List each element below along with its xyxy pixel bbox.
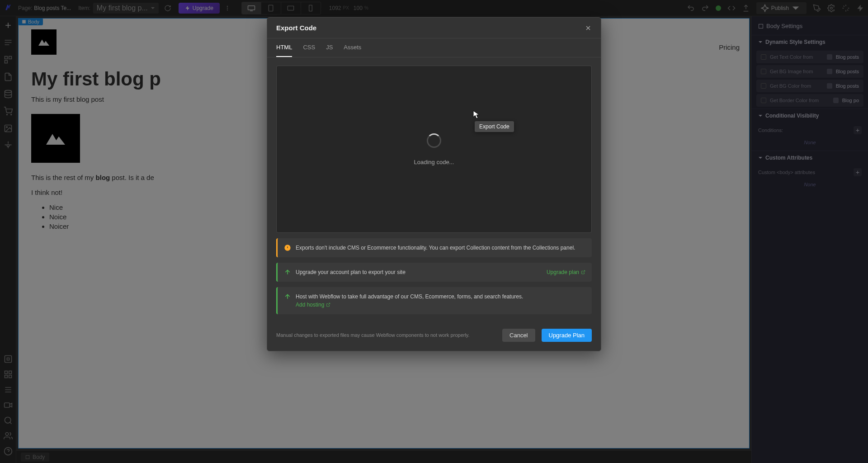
upgrade-plan-link[interactable]: Upgrade plan	[547, 268, 585, 276]
tab-css[interactable]: CSS	[303, 38, 315, 57]
modal-header: Export Code	[267, 18, 601, 38]
cursor-icon	[473, 110, 480, 119]
hosting-banner-text: Host with Webflow to take full advantage…	[296, 293, 585, 309]
modal-body: Loading code... Exports don't include CM…	[267, 57, 601, 322]
hosting-banner: Host with Webflow to take full advantage…	[276, 287, 592, 314]
loading-text: Loading code...	[414, 159, 454, 165]
cancel-button[interactable]: Cancel	[502, 329, 535, 342]
external-link-icon	[581, 270, 585, 274]
info-icon	[284, 244, 291, 251]
upgrade-plan-button[interactable]: Upgrade Plan	[542, 329, 592, 342]
info-banner-text: Exports don't include CMS or Ecommerce f…	[296, 244, 585, 252]
tab-js[interactable]: JS	[326, 38, 333, 57]
modal-title: Export Code	[276, 24, 316, 32]
close-icon[interactable]	[585, 24, 592, 32]
export-code-tooltip: Export Code	[475, 121, 514, 132]
tab-assets[interactable]: Assets	[344, 38, 361, 57]
add-hosting-link[interactable]: Add hosting	[296, 301, 330, 309]
modal-tabs: HTML CSS JS Assets	[267, 38, 601, 57]
loading-spinner	[427, 133, 441, 148]
arrow-up-icon	[284, 269, 291, 276]
external-link-icon	[326, 302, 330, 307]
code-preview-box: Loading code...	[276, 66, 592, 233]
upgrade-banner: Upgrade your account plan to export your…	[276, 263, 592, 282]
modal-footer-note: Manual changes to exported files may cau…	[276, 332, 496, 339]
upgrade-banner-text: Upgrade your account plan to export your…	[296, 268, 542, 276]
tab-html[interactable]: HTML	[276, 38, 292, 57]
arrow-up-icon	[284, 293, 291, 300]
info-banner: Exports don't include CMS or Ecommerce f…	[276, 238, 592, 257]
modal-footer: Manual changes to exported files may cau…	[267, 322, 601, 351]
export-code-modal: Export Code HTML CSS JS Assets Loading c…	[267, 17, 601, 351]
